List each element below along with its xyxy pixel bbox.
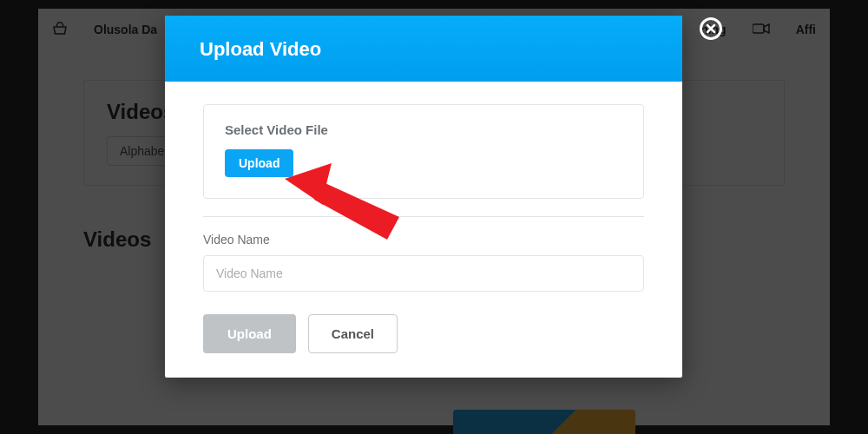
video-name-input[interactable] xyxy=(203,255,644,292)
video-name-label: Video Name xyxy=(203,233,644,247)
file-upload-button[interactable]: Upload xyxy=(225,149,293,177)
upload-video-modal: Upload Video Select Video File Upload Vi… xyxy=(165,16,682,378)
upload-submit-button[interactable]: Upload xyxy=(203,314,296,353)
modal-body: Select Video File Upload Video Name Uplo… xyxy=(165,82,682,378)
close-icon xyxy=(706,23,716,34)
modal-actions: Upload Cancel xyxy=(203,314,644,353)
file-select-box: Select Video File Upload xyxy=(203,104,644,199)
cancel-button[interactable]: Cancel xyxy=(308,314,398,353)
divider xyxy=(203,216,644,217)
close-modal-button[interactable] xyxy=(700,17,722,40)
modal-title: Upload Video xyxy=(200,38,648,61)
modal-header: Upload Video xyxy=(165,16,682,82)
file-select-label: Select Video File xyxy=(225,122,622,137)
